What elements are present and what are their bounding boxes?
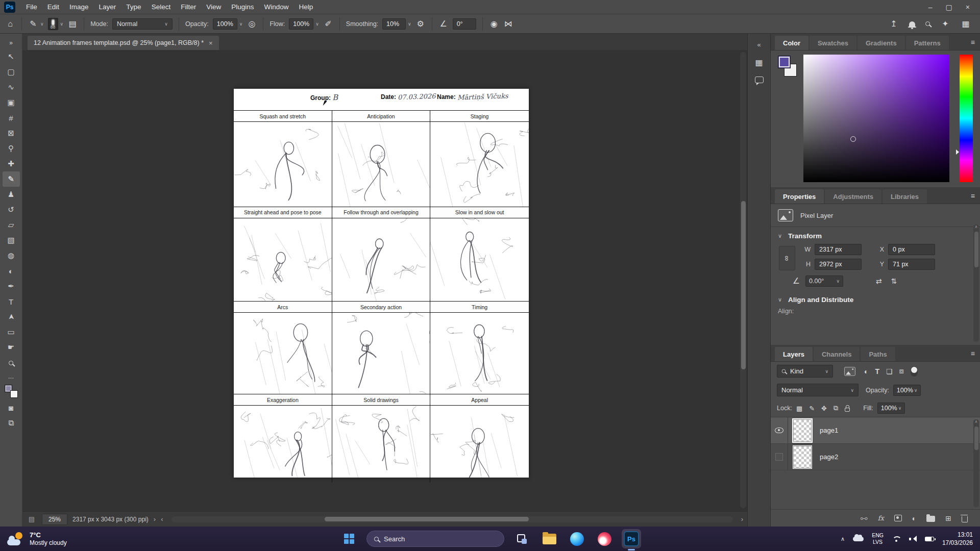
- link-layers-icon[interactable]: ⧟: [861, 514, 868, 522]
- tab-properties[interactable]: Properties: [775, 189, 824, 204]
- document-tab[interactable]: 12 Animation frames template.psd @ 25% (…: [28, 36, 219, 50]
- rectangle-tool[interactable]: ▭: [3, 324, 20, 340]
- panel-grid-icon[interactable]: ▦: [755, 58, 763, 67]
- toolbar-expand-icon[interactable]: »: [3, 37, 20, 49]
- network-icon[interactable]: [892, 536, 901, 542]
- type-tool[interactable]: T: [3, 294, 20, 309]
- layer-row-page1[interactable]: page1: [771, 417, 980, 444]
- lock-pixels-icon[interactable]: ✎: [809, 405, 815, 412]
- new-group-folder-icon[interactable]: [926, 516, 935, 522]
- menu-file[interactable]: File: [21, 1, 42, 13]
- tab-patterns[interactable]: Patterns: [906, 36, 949, 50]
- smoothing-options-gear-icon[interactable]: ⚙: [415, 20, 426, 28]
- language-indicator[interactable]: ENGLVS: [872, 532, 884, 545]
- filter-type-layers-icon[interactable]: T: [875, 367, 879, 375]
- battery-icon[interactable]: [925, 537, 934, 541]
- panel-menu-icon[interactable]: ≡: [971, 349, 975, 358]
- menu-window[interactable]: Window: [259, 1, 293, 13]
- gradient-tool[interactable]: ▧: [3, 233, 20, 248]
- dodge-tool[interactable]: ◐: [3, 263, 20, 279]
- height-field[interactable]: 2972 px: [815, 259, 862, 270]
- blur-tool[interactable]: ◍: [3, 248, 20, 263]
- tab-swatches[interactable]: Swatches: [810, 36, 856, 50]
- photoshop-taskbar-button[interactable]: Ps: [622, 529, 641, 548]
- layer-row-page2[interactable]: page2: [771, 444, 980, 470]
- flow-field[interactable]: 100%: [289, 18, 313, 30]
- comments-icon[interactable]: [755, 77, 764, 83]
- eyedropper-tool[interactable]: ⚲: [3, 141, 20, 156]
- add-layer-mask-icon[interactable]: [894, 515, 902, 521]
- hidden-icons-chevron[interactable]: ∧: [841, 536, 845, 542]
- panel-menu-icon[interactable]: ≡: [971, 192, 975, 200]
- tab-color[interactable]: Color: [775, 36, 808, 50]
- delete-layer-icon[interactable]: [962, 516, 968, 522]
- chevron-down-icon[interactable]: ∨: [239, 21, 243, 27]
- document-page[interactable]: Group: B Date: 07.03.2026 Name: Mārtiņš …: [234, 89, 529, 478]
- lock-all-icon[interactable]: [845, 408, 850, 412]
- start-button[interactable]: [339, 529, 359, 549]
- layer-filter-kind-select[interactable]: Kind∨: [777, 365, 833, 378]
- brush-size-preview[interactable]: 88: [48, 18, 58, 30]
- weather-widget[interactable]: 7°CMostly cloudy: [7, 531, 67, 546]
- lock-transparency-icon[interactable]: ▩: [796, 405, 802, 412]
- layer-name[interactable]: page1: [820, 427, 838, 434]
- frame-tool[interactable]: ⊠: [3, 126, 20, 141]
- mode-select[interactable]: Normal∨: [112, 18, 173, 30]
- opacity-field[interactable]: 100%: [213, 18, 237, 30]
- menu-help[interactable]: Help: [294, 1, 317, 13]
- hue-slider-marker[interactable]: [956, 149, 959, 155]
- menu-edit[interactable]: Edit: [43, 1, 64, 13]
- tab-gradients[interactable]: Gradients: [857, 36, 905, 50]
- pen-tool[interactable]: ✒: [3, 279, 20, 294]
- pressure-opacity-icon[interactable]: ◎: [247, 20, 257, 28]
- menu-type[interactable]: Type: [121, 1, 145, 13]
- blend-mode-select[interactable]: Normal∨: [777, 384, 859, 396]
- taskbar-search[interactable]: Search: [366, 531, 504, 547]
- flip-horizontal-icon[interactable]: ⇄: [876, 277, 882, 285]
- status-flyout-icon[interactable]: ›: [154, 515, 156, 523]
- menu-filter[interactable]: Filter: [176, 1, 201, 13]
- brush-settings-panel-icon[interactable]: ▤: [67, 20, 78, 28]
- properties-scrollbar[interactable]: ∧: [973, 224, 979, 342]
- lock-position-icon[interactable]: ✥: [821, 405, 827, 412]
- tab-adjustments[interactable]: Adjustments: [825, 189, 881, 204]
- pressure-size-icon[interactable]: ◉: [489, 20, 499, 28]
- minimize-button[interactable]: –: [928, 3, 933, 11]
- menu-layer[interactable]: Layer: [94, 1, 121, 13]
- y-field[interactable]: 71 px: [888, 259, 935, 270]
- edit-toolbar-button[interactable]: …: [3, 370, 20, 383]
- pinned-app-button[interactable]: [594, 529, 615, 549]
- path-selection-tool[interactable]: ➤: [4, 308, 19, 325]
- layer-opacity-field[interactable]: 100%∨: [893, 385, 921, 396]
- width-field[interactable]: 2317 px: [815, 244, 862, 255]
- horizontal-scrollbar-thumb[interactable]: [325, 517, 529, 521]
- tab-paths[interactable]: Paths: [861, 347, 895, 361]
- menu-select[interactable]: Select: [147, 1, 176, 13]
- layer-name[interactable]: page2: [820, 453, 838, 461]
- workspace-switcher-icon[interactable]: ▦: [961, 20, 971, 28]
- hand-tool[interactable]: ☛: [3, 340, 20, 355]
- align-section-header[interactable]: ∨ Align and Distribute: [771, 291, 980, 307]
- scroll-right-icon[interactable]: ›: [741, 515, 743, 523]
- tab-channels[interactable]: Channels: [814, 347, 860, 361]
- color-chips[interactable]: [778, 56, 799, 79]
- clone-stamp-tool[interactable]: ♟: [3, 187, 20, 202]
- layer-fill-field[interactable]: 100%∨: [877, 403, 905, 414]
- hue-slider[interactable]: [960, 55, 973, 182]
- quick-mask-button[interactable]: ◙: [3, 400, 20, 415]
- file-explorer-button[interactable]: [539, 529, 559, 549]
- move-tool[interactable]: ↖: [3, 49, 20, 64]
- rectangular-marquee-tool[interactable]: ▢: [3, 64, 20, 80]
- tab-layers[interactable]: Layers: [775, 347, 813, 361]
- layer-thumbnail[interactable]: [793, 446, 812, 468]
- discover-sparkle-icon[interactable]: ✦: [940, 20, 950, 28]
- screen-mode-button[interactable]: ⧉: [3, 415, 20, 431]
- flip-vertical-icon[interactable]: ⇅: [891, 277, 897, 285]
- task-view-button[interactable]: [511, 529, 532, 549]
- home-icon[interactable]: ⌂: [5, 20, 15, 28]
- lasso-tool[interactable]: ∿: [3, 80, 20, 95]
- menu-plugins[interactable]: Plugins: [227, 1, 258, 13]
- smoothing-field[interactable]: 10%: [382, 18, 406, 30]
- onedrive-cloud-icon[interactable]: [853, 537, 864, 541]
- crop-tool[interactable]: #: [3, 110, 20, 126]
